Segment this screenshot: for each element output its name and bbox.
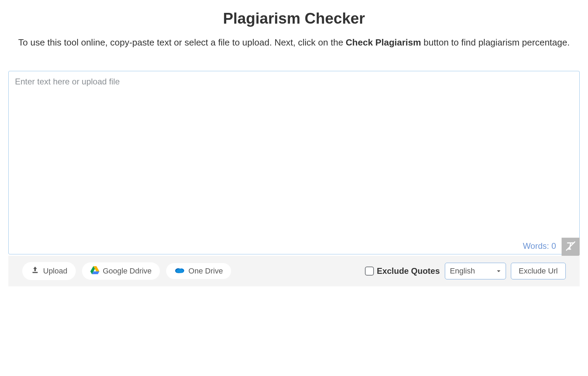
exclude-quotes-checkbox[interactable] [365,267,374,276]
onedrive-button[interactable]: One Drive [166,263,231,279]
svg-rect-1 [32,272,38,273]
upload-button[interactable]: Upload [22,262,76,280]
exclude-quotes-label: Exclude Quotes [377,266,440,276]
toolbar-right: Exclude Quotes English Exclude Url [365,263,566,279]
word-count-label: Words: [523,241,551,251]
onedrive-label: One Drive [188,267,223,276]
toolbar-left: Upload Google Ddrive [22,262,231,280]
exclude-url-button[interactable]: Exclude Url [511,263,566,279]
word-count: Words: 0 [523,241,556,251]
desc-bold: Check Plagiarism [346,37,421,48]
desc-suffix: button to find plagiarism percentage. [421,37,570,48]
google-drive-button[interactable]: Google Ddrive [82,262,160,280]
google-drive-icon [90,266,99,276]
page-description: To use this tool online, copy-paste text… [16,35,572,50]
toolbar: Upload Google Ddrive [8,256,580,286]
google-drive-label: Google Ddrive [103,267,152,276]
upload-icon [31,265,40,277]
exclude-url-label: Exclude Url [519,267,558,275]
clear-formatting-button[interactable] [562,238,580,256]
page-title: Plagiarism Checker [8,10,580,27]
clear-formatting-icon [564,240,577,254]
desc-prefix: To use this tool online, copy-paste text… [18,37,346,48]
word-count-value: 0 [552,241,556,251]
text-input[interactable] [8,71,580,254]
editor-area: Words: 0 [8,71,580,256]
upload-label: Upload [43,267,67,276]
svg-point-7 [176,269,183,273]
exclude-quotes-toggle[interactable]: Exclude Quotes [365,266,440,276]
onedrive-icon [174,267,185,276]
language-select[interactable]: English [445,263,506,279]
